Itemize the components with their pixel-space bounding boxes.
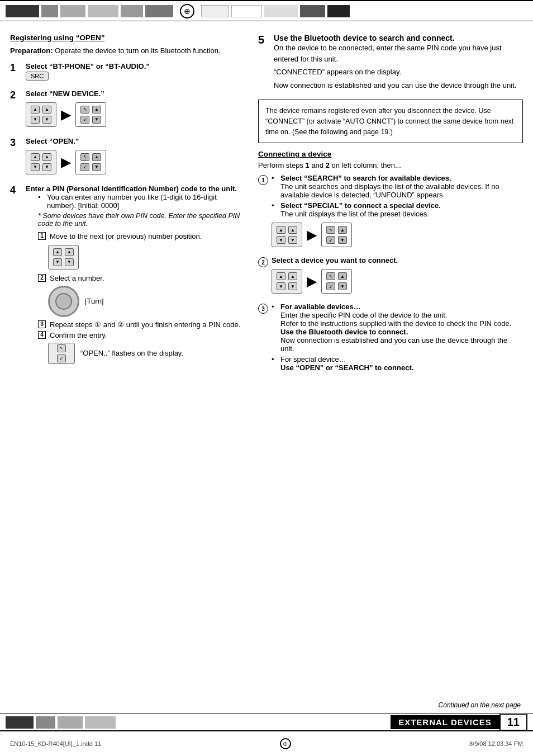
conn3-b1-content: For available devices… Enter the specifi… <box>280 303 523 353</box>
device-box-left-3: ▲ ▲ ▼ ▼ <box>26 150 56 174</box>
conn3-b1-label: For available devices… <box>280 303 361 311</box>
conn3-b1-text1: Enter the specific PIN code of the devic… <box>280 311 447 319</box>
footer-right: 8/9/08 12:03:34 PM <box>469 740 523 747</box>
section-title-registering: Registering using “OPEN” <box>10 34 245 42</box>
sub1-num-box: 1 <box>38 232 46 240</box>
connecting-step-1-row: 1 • Select “SEARCH” to search for availa… <box>258 174 523 252</box>
step-3-row: 3 Select “OPEN.” ▲ ▲ ▼ ▼ ▶ <box>10 137 245 179</box>
mini-btn4-ul: ↖ <box>80 153 89 161</box>
bullet-dot-1: • <box>38 193 45 210</box>
continued-area: Continued on the next page <box>439 701 523 712</box>
step-4-row: 4 Enter a PIN (Personal Identification N… <box>10 185 245 364</box>
bot-block-4 <box>85 716 116 729</box>
top-bar-block-3 <box>60 5 85 17</box>
device-box-left-2: ▲ ▲ ▼ ▼ <box>26 102 56 127</box>
connecting-circle-2: 2 <box>258 257 268 267</box>
conn3-b1-text2: Refer to the instructions supplied with … <box>280 319 511 328</box>
top-bar-block-1 <box>6 5 39 17</box>
bot-block-3 <box>58 716 83 729</box>
cs2-btn-ur: ▲ <box>288 272 297 280</box>
step-5-text2: “CONNECTED” appears on the display. <box>274 67 523 78</box>
conn-step3-bullet2: • For special device… Use “OPEN” or “SEA… <box>272 355 523 372</box>
connecting-step-3-row: 3 • For available devices… Enter the spe… <box>258 303 523 374</box>
step-2-content: Select “NEW DEVICE.” ▲ ▲ ▼ ▼ ▶ <box>26 89 245 131</box>
step-1-content: Select “BT-PHONE” or “BT-AUDIO.” SRC <box>26 62 245 84</box>
step-5-number: 5 <box>258 34 270 46</box>
conn3-dot-1: • <box>272 303 278 353</box>
sub1-btn-ul: ▲ <box>53 248 62 256</box>
step-2-row: 2 Select “NEW DEVICE.” ▲ ▲ ▼ ▼ ▶ <box>10 89 245 131</box>
connecting-title: Connecting a device <box>258 150 523 158</box>
mini-btn-up-right: ▲ <box>42 106 51 114</box>
step-4-asterisk: * Some devices have their own PIN code. … <box>38 212 245 228</box>
step-5-label: Use the Bluetooth device to search and c… <box>274 34 523 42</box>
mini-btn4-dr: ▼ <box>92 163 101 171</box>
conn3-b1-text3: Now connection is established and you ca… <box>280 336 507 353</box>
conn-bullet-1a-label: Select “SEARCH” to search for available … <box>280 174 451 182</box>
sub2-text: Select a number. <box>50 274 104 282</box>
step-4-sub4: 4 Confirm the entry. <box>38 331 245 339</box>
src-button: SRC <box>26 72 49 81</box>
step-4-bullet1-text: You can enter any number you like (1-dig… <box>47 193 245 210</box>
cs1-btn-ur: ▲ <box>288 226 297 234</box>
prep-text: Preparation: Operate the device to turn … <box>10 45 245 56</box>
mini-btn3-ur: ▲ <box>42 153 51 161</box>
cs1-btn-ul: ▲ <box>277 226 285 234</box>
top-bar-block-9 <box>264 5 298 17</box>
mini-btn4-ur: ▲ <box>92 153 101 161</box>
mini-btn3-dl: ▼ <box>31 163 40 171</box>
ext-devices-label: EXTERNAL DEVICES <box>391 715 499 729</box>
page-number-badge: 11 <box>499 714 527 731</box>
step-4-number: 4 <box>10 185 22 196</box>
conn-s1-arrow: ▶ <box>307 227 317 243</box>
cs2r-btn-dl: ↙ <box>326 282 335 290</box>
cs2-btn-dl: ▼ <box>277 282 285 290</box>
continued-text: Continued on the next page <box>439 701 523 709</box>
top-bar-block-8 <box>231 5 262 17</box>
step-2-diagram: ▲ ▲ ▼ ▼ ▶ ↖ ▲ <box>26 102 245 127</box>
cs1r-btn-ul: ↖ <box>326 226 335 234</box>
mini-btn2-up-left: ↖ <box>80 106 89 114</box>
step-1-number: 1 <box>10 62 22 74</box>
conn3-b1-bold: Use the Bluetooth device to connect. <box>280 328 408 336</box>
conn-bullet-1b-text: The unit displays the list of the preset… <box>280 210 429 218</box>
sub1-btn-dl: ▼ <box>53 258 62 266</box>
cs2-btn-dr: ▼ <box>288 282 297 290</box>
connecting-circle-1: 1 <box>258 175 268 185</box>
sub1-btn-ur: ▲ <box>65 248 74 256</box>
conn-bullet-1b-content: Select “SPECIAL” to connect a special de… <box>280 201 441 218</box>
note-box: The device remains registered even after… <box>258 100 523 143</box>
cs2-btn-ul: ▲ <box>277 272 285 280</box>
conn3-dot-2: • <box>272 355 278 372</box>
top-bar-block-4 <box>88 5 118 17</box>
connecting-bullet-1b: • Select “SPECIAL” to connect a special … <box>272 201 523 218</box>
conn-step1-diagram: ▲ ▲ ▼ ▼ ▶ ↖ ▲ <box>272 223 523 247</box>
connecting-step-2-content: Select a device you want to connect. ▲ ▲… <box>272 256 523 298</box>
step-5-text1: On the device to be connected, enter the… <box>274 42 523 64</box>
conn-bullet-1b-label: Select “SPECIAL” to connect a special de… <box>280 201 441 210</box>
step-3-number: 3 <box>10 137 22 149</box>
conn-s2-dev-right: ↖ ▲ ↙ ▼ <box>321 269 352 294</box>
connecting-bullet-1a: • Select “SEARCH” to search for availabl… <box>272 174 523 199</box>
step-1-row: 1 Select “BT-PHONE” or “BT-AUDIO.” SRC <box>10 62 245 84</box>
top-bar-block-11 <box>327 5 350 17</box>
compass-icon: ⊕ <box>180 4 194 18</box>
step-2-label: Select “NEW DEVICE.” <box>26 89 245 98</box>
cs2r-btn-dr: ▼ <box>338 282 347 290</box>
conn-bullet-dot-1: • <box>272 174 278 199</box>
sub1-diagram: ▲ ▲ ▼ ▼ <box>48 245 245 270</box>
arrow-right-2: ▶ <box>61 107 71 122</box>
top-bar-block-2 <box>41 5 58 17</box>
step-3-label: Select “OPEN.” <box>26 137 245 145</box>
connecting-subtitle: Perform steps 1 and 2 on left column, th… <box>258 161 523 169</box>
mini-btn2-up-right: ▲ <box>92 106 101 114</box>
page-footer: EN10-15_KD-R404[UI]_1.indd 11 ⊕ 8/9/08 1… <box>0 738 533 749</box>
flashes-diagram: ↖ ↙ “OPEN..” flashes on the display. <box>48 343 245 364</box>
subtitle-bold-1: 1 <box>306 161 310 169</box>
conn-step3-bullet1: • For available devices… Enter the speci… <box>272 303 523 353</box>
ext-devices-badge: EXTERNAL DEVICES 11 <box>391 714 527 731</box>
conn-s1-dev-left: ▲ ▲ ▼ ▼ <box>272 223 302 247</box>
step-2-number: 2 <box>10 89 22 101</box>
cs1r-btn-dl: ↙ <box>326 236 335 244</box>
conn3-b2-bold: Use “OPEN” or “SEARCH” to connect. <box>280 363 413 372</box>
